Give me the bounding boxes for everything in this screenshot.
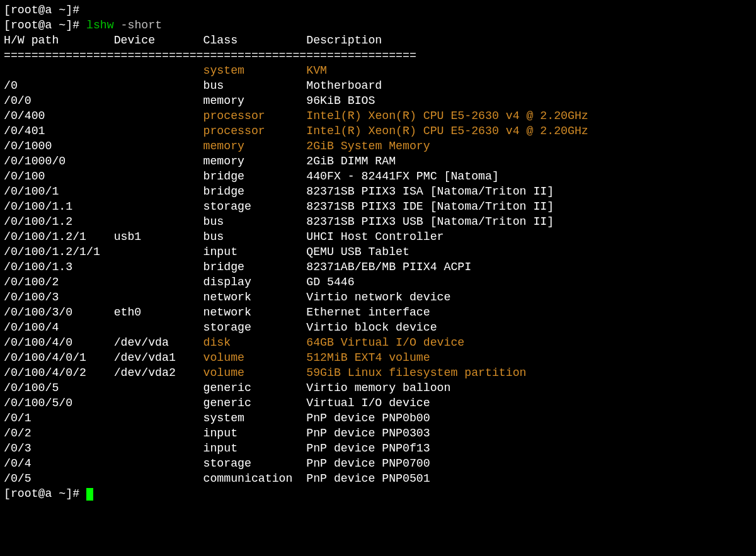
- lshw-row: /0/100/5/0 generic Virtual I/O device: [4, 397, 430, 409]
- lshw-row: /0/100/1.1 storage 82371SB PIIX3 IDE [Na…: [4, 200, 554, 213]
- lshw-row: /0/100/3 network Virtio network device: [4, 291, 450, 304]
- prompt-line-empty: [root@a ~]#: [4, 4, 79, 16]
- lshw-row: /0/1000/0 memory 2GiB DIMM RAM: [4, 155, 396, 167]
- lshw-row: /0/100/1.3 bridge 82371AB/EB/MB PIIX4 AC…: [4, 261, 471, 273]
- lshw-row: /0/100/5 generic Virtio memory balloon: [4, 382, 450, 394]
- lshw-row: /0/100/4 storage Virtio block device: [4, 321, 437, 334]
- lshw-row: /0/5 communication PnP device PNP0501: [4, 472, 430, 485]
- lshw-row: /0/100/1 bridge 82371SB PIIX3 ISA [Natom…: [4, 185, 554, 198]
- lshw-row: /0/100/1.2/1 usb1 bus UHCI Host Controll…: [4, 230, 444, 243]
- lshw-row: /0 bus Motherboard: [4, 79, 382, 92]
- lshw-row: /0/100 bridge 440FX - 82441FX PMC [Natom…: [4, 170, 499, 183]
- lshw-row: /0/100/1.2 bus 82371SB PIIX3 USB [Natoma…: [4, 215, 554, 228]
- command-executable: lshw: [86, 19, 114, 31]
- lshw-row: /0/1 system PnP device PNP0b00: [4, 412, 430, 424]
- lshw-separator: ========================================…: [4, 49, 416, 62]
- lshw-row: /0/2 input PnP device PNP0303: [4, 427, 430, 440]
- lshw-row: /0/0 memory 96KiB BIOS: [4, 94, 375, 107]
- lshw-header: H/W path Device Class Description: [4, 34, 382, 47]
- prompt-line-cursor: [root@a ~]#: [4, 487, 93, 500]
- lshw-row: /0/100/4/0/1 /dev/vda1 volume 512MiB EXT…: [4, 351, 430, 364]
- lshw-row: /0/100/4/0 /dev/vda disk 64GB Virtual I/…: [4, 336, 464, 349]
- lshw-row: /0/1000 memory 2GiB System Memory: [4, 140, 430, 152]
- cursor-block: [86, 488, 93, 501]
- lshw-row: /0/4 storage PnP device PNP0700: [4, 457, 430, 470]
- command-args: -short: [121, 19, 163, 31]
- lshw-row: /0/3 input PnP device PNP0f13: [4, 442, 430, 455]
- prompt-line-command: [root@a ~]# lshw -short: [4, 19, 162, 31]
- lshw-row: /0/401 processor Intel(R) Xeon(R) CPU E5…: [4, 125, 588, 137]
- terminal-output[interactable]: [root@a ~]# [root@a ~]# lshw -short H/W …: [4, 3, 752, 501]
- lshw-row: /0/400 processor Intel(R) Xeon(R) CPU E5…: [4, 110, 588, 122]
- lshw-row: /0/100/2 display GD 5446: [4, 276, 355, 288]
- lshw-row: system KVM: [4, 64, 327, 77]
- lshw-row: /0/100/3/0 eth0 network Ethernet interfa…: [4, 306, 430, 319]
- lshw-row: /0/100/4/0/2 /dev/vda2 volume 59GiB Linu…: [4, 366, 527, 379]
- lshw-row: /0/100/1.2/1/1 input QEMU USB Tablet: [4, 246, 410, 258]
